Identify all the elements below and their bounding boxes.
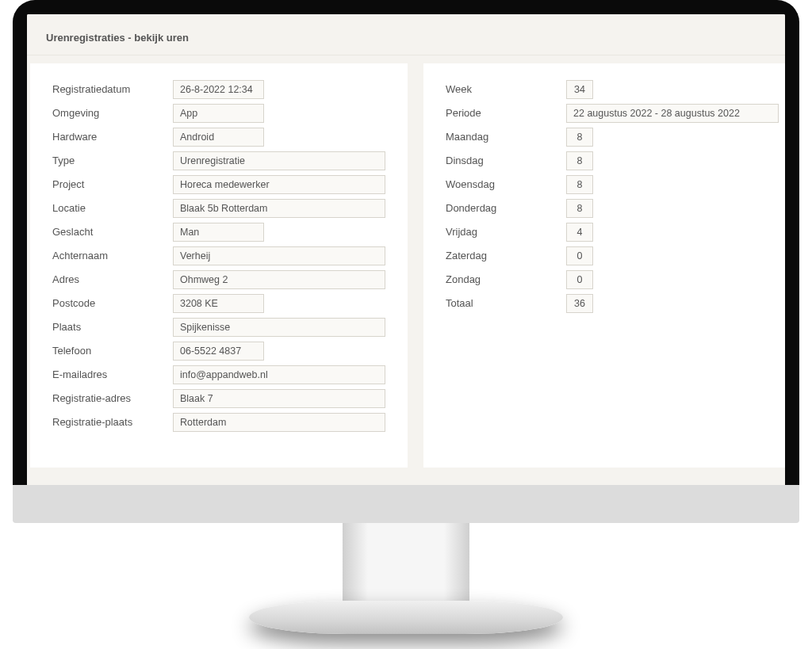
label-omgeving: Omgeving: [52, 103, 173, 124]
field-email: E-mailadres info@appandweb.nl: [52, 365, 385, 385]
value-achternaam: Verheij: [173, 246, 385, 265]
field-week: Week 34: [446, 79, 779, 100]
value-dinsdag: 8: [566, 151, 593, 170]
field-donderdag: Donderdag 8: [446, 198, 779, 219]
value-zondag: 0: [566, 270, 593, 289]
value-email: info@appandweb.nl: [173, 365, 385, 384]
field-project: Project Horeca medewerker: [52, 174, 385, 195]
label-achternaam: Achternaam: [52, 246, 173, 266]
label-geslacht: Geslacht: [52, 222, 173, 242]
field-woensdag: Woensdag 8: [446, 174, 779, 195]
field-type: Type Urenregistratie: [52, 151, 385, 171]
label-totaal: Totaal: [446, 293, 566, 314]
label-telefoon: Telefoon: [52, 341, 173, 361]
label-plaats: Plaats: [52, 317, 173, 338]
label-locatie: Locatie: [52, 198, 173, 219]
field-registratiedatum: Registratiedatum 26-8-2022 12:34: [52, 79, 385, 100]
details-field-list: Registratiedatum 26-8-2022 12:34 Omgevin…: [52, 79, 385, 433]
page-title: Urenregistraties - bekijk uren: [27, 14, 785, 55]
field-zaterdag: Zaterdag 0: [446, 246, 779, 266]
monitor-chin: [13, 485, 799, 523]
label-postcode: Postcode: [52, 293, 173, 314]
details-panel: Registratiedatum 26-8-2022 12:34 Omgevin…: [30, 63, 408, 468]
field-maandag: Maandag 8: [446, 127, 779, 147]
field-totaal: Totaal 36: [446, 293, 779, 314]
value-maandag: 8: [566, 128, 593, 147]
label-woensdag: Woensdag: [446, 174, 566, 195]
label-periode: Periode: [446, 103, 566, 124]
label-reg-plaats: Registratie-plaats: [52, 412, 173, 433]
label-dinsdag: Dinsdag: [446, 151, 566, 171]
value-week: 34: [566, 80, 593, 99]
label-donderdag: Donderdag: [446, 198, 566, 219]
app-screen: Urenregistraties - bekijk uren Registrat…: [27, 14, 785, 509]
label-email: E-mailadres: [52, 365, 173, 385]
field-achternaam: Achternaam Verheij: [52, 246, 385, 266]
label-reg-adres: Registratie-adres: [52, 388, 173, 409]
value-omgeving: App: [173, 104, 264, 123]
value-plaats: Spijkenisse: [173, 318, 385, 337]
value-reg-plaats: Rotterdam: [173, 413, 385, 432]
field-dinsdag: Dinsdag 8: [446, 151, 779, 171]
value-type: Urenregistratie: [173, 151, 385, 170]
label-zaterdag: Zaterdag: [446, 246, 566, 266]
field-geslacht: Geslacht Man: [52, 222, 385, 242]
field-adres: Adres Ohmweg 2: [52, 269, 385, 290]
value-registratiedatum: 26-8-2022 12:34: [173, 80, 264, 99]
value-project: Horeca medewerker: [173, 175, 385, 194]
value-postcode: 3208 KE: [173, 294, 264, 313]
label-maandag: Maandag: [446, 127, 566, 147]
hours-panel: Week 34 Periode 22 augustus 2022 - 28 au…: [423, 63, 785, 468]
value-locatie: Blaak 5b Rotterdam: [173, 199, 385, 218]
field-zondag: Zondag 0: [446, 269, 779, 290]
field-postcode: Postcode 3208 KE: [52, 293, 385, 314]
field-telefoon: Telefoon 06-5522 4837: [52, 341, 385, 361]
label-project: Project: [52, 174, 173, 195]
value-zaterdag: 0: [566, 246, 593, 265]
value-periode: 22 augustus 2022 - 28 augustus 2022: [566, 104, 779, 123]
field-reg-plaats: Registratie-plaats Rotterdam: [52, 412, 385, 433]
field-vrijdag: Vrijdag 4: [446, 222, 779, 242]
value-woensdag: 8: [566, 175, 593, 194]
value-hardware: Android: [173, 128, 264, 147]
value-geslacht: Man: [173, 223, 264, 242]
label-hardware: Hardware: [52, 127, 173, 147]
value-donderdag: 8: [566, 199, 593, 218]
field-plaats: Plaats Spijkenisse: [52, 317, 385, 338]
field-hardware: Hardware Android: [52, 127, 385, 147]
monitor-frame: Urenregistraties - bekijk uren Registrat…: [13, 0, 799, 523]
value-adres: Ohmweg 2: [173, 270, 385, 289]
monitor-base: [249, 601, 563, 634]
field-locatie: Locatie Blaak 5b Rotterdam: [52, 198, 385, 219]
hours-field-list: Week 34 Periode 22 augustus 2022 - 28 au…: [446, 79, 779, 314]
value-telefoon: 06-5522 4837: [173, 342, 264, 361]
label-vrijdag: Vrijdag: [446, 222, 566, 242]
label-week: Week: [446, 79, 566, 100]
label-registratiedatum: Registratiedatum: [52, 79, 173, 100]
field-omgeving: Omgeving App: [52, 103, 385, 124]
value-vrijdag: 4: [566, 223, 593, 242]
label-type: Type: [52, 151, 173, 171]
value-totaal: 36: [566, 294, 593, 313]
label-zondag: Zondag: [446, 269, 566, 290]
content-panels: Registratiedatum 26-8-2022 12:34 Omgevin…: [27, 55, 785, 468]
value-reg-adres: Blaak 7: [173, 389, 385, 408]
field-periode: Periode 22 augustus 2022 - 28 augustus 2…: [446, 103, 779, 124]
field-reg-adres: Registratie-adres Blaak 7: [52, 388, 385, 409]
label-adres: Adres: [52, 269, 173, 290]
